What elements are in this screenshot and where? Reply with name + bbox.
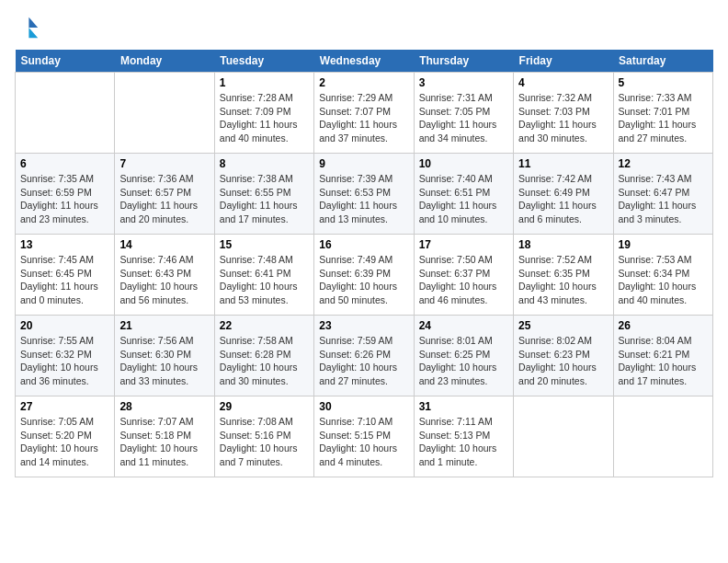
day-number: 5 (619, 76, 708, 89)
day-detail: Sunrise: 7:46 AMSunset: 6:43 PMDaylight:… (119, 253, 209, 307)
calendar-cell: 24Sunrise: 8:01 AMSunset: 6:25 PMDayligh… (414, 316, 513, 396)
day-detail: Sunrise: 7:48 AMSunset: 6:41 PMDaylight:… (220, 253, 309, 307)
day-detail: Sunrise: 7:38 AMSunset: 6:55 PMDaylight:… (220, 172, 309, 226)
day-number: 26 (619, 319, 708, 332)
calendar-cell: 17Sunrise: 7:50 AMSunset: 6:37 PMDayligh… (414, 235, 513, 316)
day-detail: Sunrise: 7:36 AMSunset: 6:57 PMDaylight:… (119, 172, 209, 226)
week-row-5: 27Sunrise: 7:05 AMSunset: 5:20 PMDayligh… (16, 396, 713, 477)
day-number: 18 (518, 238, 608, 251)
calendar-cell: 9Sunrise: 7:39 AMSunset: 6:53 PMDaylight… (314, 154, 414, 235)
col-header-sunday: Sunday (16, 50, 115, 73)
day-number: 2 (319, 76, 408, 89)
day-detail: Sunrise: 7:39 AMSunset: 6:53 PMDaylight:… (319, 172, 408, 226)
day-detail: Sunrise: 7:11 AMSunset: 5:13 PMDaylight:… (419, 415, 508, 469)
day-number: 10 (419, 157, 508, 170)
day-detail: Sunrise: 7:49 AMSunset: 6:39 PMDaylight:… (319, 253, 408, 307)
day-number: 8 (220, 157, 309, 170)
week-row-2: 6Sunrise: 7:35 AMSunset: 6:59 PMDaylight… (16, 154, 713, 235)
calendar-cell: 30Sunrise: 7:10 AMSunset: 5:15 PMDayligh… (314, 396, 414, 477)
day-number: 15 (220, 238, 309, 251)
calendar-cell: 12Sunrise: 7:43 AMSunset: 6:47 PMDayligh… (613, 154, 712, 235)
day-detail: Sunrise: 7:07 AMSunset: 5:18 PMDaylight:… (119, 415, 209, 469)
calendar-cell: 4Sunrise: 7:32 AMSunset: 7:03 PMDaylight… (514, 73, 613, 154)
day-number: 31 (419, 400, 508, 413)
day-number: 22 (220, 319, 309, 332)
day-number: 21 (119, 319, 209, 332)
day-number: 12 (619, 157, 708, 170)
page-header (15, 15, 713, 40)
day-number: 25 (518, 319, 608, 332)
day-number: 9 (319, 157, 408, 170)
calendar-cell: 3Sunrise: 7:31 AMSunset: 7:05 PMDaylight… (414, 73, 513, 154)
calendar-cell (16, 73, 115, 154)
day-detail: Sunrise: 7:53 AMSunset: 6:34 PMDaylight:… (619, 253, 708, 307)
day-detail: Sunrise: 7:59 AMSunset: 6:26 PMDaylight:… (319, 334, 408, 388)
day-number: 6 (20, 157, 109, 170)
day-number: 14 (119, 238, 209, 251)
calendar-cell: 13Sunrise: 7:45 AMSunset: 6:45 PMDayligh… (16, 235, 115, 316)
calendar-cell: 6Sunrise: 7:35 AMSunset: 6:59 PMDaylight… (16, 154, 115, 235)
day-number: 20 (20, 319, 109, 332)
day-number: 23 (319, 319, 408, 332)
day-detail: Sunrise: 7:35 AMSunset: 6:59 PMDaylight:… (20, 172, 109, 226)
day-detail: Sunrise: 7:40 AMSunset: 6:51 PMDaylight:… (419, 172, 508, 226)
day-number: 29 (220, 400, 309, 413)
col-header-wednesday: Wednesday (314, 50, 414, 73)
logo-icon (15, 15, 40, 40)
col-header-monday: Monday (115, 50, 214, 73)
calendar-cell: 5Sunrise: 7:33 AMSunset: 7:01 PMDaylight… (613, 73, 712, 154)
calendar-table: SundayMondayTuesdayWednesdayThursdayFrid… (15, 50, 713, 477)
calendar-cell: 8Sunrise: 7:38 AMSunset: 6:55 PMDaylight… (214, 154, 313, 235)
calendar-cell: 25Sunrise: 8:02 AMSunset: 6:23 PMDayligh… (514, 316, 613, 396)
day-number: 24 (419, 319, 508, 332)
calendar-cell: 10Sunrise: 7:40 AMSunset: 6:51 PMDayligh… (414, 154, 513, 235)
day-number: 16 (319, 238, 408, 251)
calendar-cell: 21Sunrise: 7:56 AMSunset: 6:30 PMDayligh… (115, 316, 214, 396)
header-row: SundayMondayTuesdayWednesdayThursdayFrid… (16, 50, 713, 73)
day-detail: Sunrise: 7:33 AMSunset: 7:01 PMDaylight:… (619, 91, 708, 145)
calendar-cell: 22Sunrise: 7:58 AMSunset: 6:28 PMDayligh… (214, 316, 313, 396)
logo (15, 15, 44, 40)
day-number: 27 (20, 400, 109, 413)
day-number: 28 (119, 400, 209, 413)
calendar-cell (613, 396, 712, 477)
col-header-friday: Friday (514, 50, 613, 73)
day-detail: Sunrise: 7:31 AMSunset: 7:05 PMDaylight:… (419, 91, 508, 145)
week-row-4: 20Sunrise: 7:55 AMSunset: 6:32 PMDayligh… (16, 316, 713, 396)
day-detail: Sunrise: 7:10 AMSunset: 5:15 PMDaylight:… (319, 415, 408, 469)
calendar-cell: 28Sunrise: 7:07 AMSunset: 5:18 PMDayligh… (115, 396, 214, 477)
day-detail: Sunrise: 7:28 AMSunset: 7:09 PMDaylight:… (220, 91, 309, 145)
calendar-cell: 14Sunrise: 7:46 AMSunset: 6:43 PMDayligh… (115, 235, 214, 316)
calendar-cell: 1Sunrise: 7:28 AMSunset: 7:09 PMDaylight… (214, 73, 313, 154)
day-detail: Sunrise: 7:29 AMSunset: 7:07 PMDaylight:… (319, 91, 408, 145)
day-number: 11 (518, 157, 608, 170)
day-number: 3 (419, 76, 508, 89)
day-detail: Sunrise: 7:56 AMSunset: 6:30 PMDaylight:… (119, 334, 209, 388)
calendar-cell: 31Sunrise: 7:11 AMSunset: 5:13 PMDayligh… (414, 396, 513, 477)
day-detail: Sunrise: 7:50 AMSunset: 6:37 PMDaylight:… (419, 253, 508, 307)
col-header-thursday: Thursday (414, 50, 513, 73)
col-header-saturday: Saturday (613, 50, 712, 73)
day-detail: Sunrise: 7:43 AMSunset: 6:47 PMDaylight:… (619, 172, 708, 226)
day-detail: Sunrise: 7:45 AMSunset: 6:45 PMDaylight:… (20, 253, 109, 307)
calendar-cell: 19Sunrise: 7:53 AMSunset: 6:34 PMDayligh… (613, 235, 712, 316)
calendar-cell: 27Sunrise: 7:05 AMSunset: 5:20 PMDayligh… (16, 396, 115, 477)
day-detail: Sunrise: 7:58 AMSunset: 6:28 PMDaylight:… (220, 334, 309, 388)
calendar-cell: 15Sunrise: 7:48 AMSunset: 6:41 PMDayligh… (214, 235, 313, 316)
calendar-cell: 7Sunrise: 7:36 AMSunset: 6:57 PMDaylight… (115, 154, 214, 235)
day-number: 19 (619, 238, 708, 251)
day-number: 13 (20, 238, 109, 251)
day-detail: Sunrise: 8:01 AMSunset: 6:25 PMDaylight:… (419, 334, 508, 388)
calendar-cell: 20Sunrise: 7:55 AMSunset: 6:32 PMDayligh… (16, 316, 115, 396)
svg-marker-0 (28, 17, 38, 28)
day-detail: Sunrise: 7:32 AMSunset: 7:03 PMDaylight:… (518, 91, 608, 145)
calendar-cell: 2Sunrise: 7:29 AMSunset: 7:07 PMDaylight… (314, 73, 414, 154)
week-row-1: 1Sunrise: 7:28 AMSunset: 7:09 PMDaylight… (16, 73, 713, 154)
day-number: 30 (319, 400, 408, 413)
day-number: 17 (419, 238, 508, 251)
day-detail: Sunrise: 7:52 AMSunset: 6:35 PMDaylight:… (518, 253, 608, 307)
day-detail: Sunrise: 7:55 AMSunset: 6:32 PMDaylight:… (20, 334, 109, 388)
calendar-cell: 11Sunrise: 7:42 AMSunset: 6:49 PMDayligh… (514, 154, 613, 235)
calendar-cell (514, 396, 613, 477)
calendar-cell: 26Sunrise: 8:04 AMSunset: 6:21 PMDayligh… (613, 316, 712, 396)
